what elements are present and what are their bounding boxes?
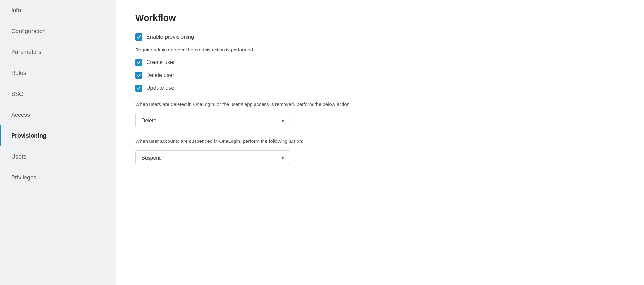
- sidebar-item-privileges[interactable]: Privileges: [0, 167, 116, 188]
- page-title: Workflow: [135, 13, 625, 23]
- update-user-checkbox[interactable]: [135, 85, 142, 92]
- sidebar-item-label-access: Access: [11, 112, 30, 118]
- sidebar-item-label-privileges: Privileges: [11, 174, 36, 181]
- suspend-select[interactable]: SuspendDeleteDo Nothing: [135, 150, 290, 165]
- sidebar-item-sso[interactable]: SSO: [0, 84, 116, 105]
- sidebar-item-label-sso: SSO: [11, 91, 24, 97]
- sidebar-item-label-parameters: Parameters: [11, 49, 41, 56]
- enable-provisioning-section: Enable provisioning: [135, 33, 625, 41]
- update-user-label: Update user: [146, 85, 176, 91]
- delete-description: When users are deleted in OneLogin, or t…: [135, 101, 625, 108]
- approval-section: Require admin approval before this actio…: [135, 46, 625, 92]
- sidebar-item-label-configuration: Configuration: [11, 28, 46, 35]
- sidebar-item-configuration[interactable]: Configuration: [0, 21, 116, 42]
- update-user-row: Update user: [135, 85, 625, 92]
- sidebar-item-access[interactable]: Access: [0, 105, 116, 125]
- sidebar-item-label-rules: Rules: [11, 70, 26, 77]
- sidebar-item-label-users: Users: [11, 153, 26, 160]
- suspend-section: When user accounts are suspended in OneL…: [135, 138, 625, 165]
- main-content: Workflow Enable provisioning Require adm…: [116, 0, 644, 285]
- sidebar: InfoConfigurationParametersRulesSSOAcces…: [0, 0, 116, 285]
- create-user-row: Create user: [135, 59, 625, 66]
- delete-user-label: Delete user: [146, 72, 174, 78]
- approval-checkboxes: Create userDelete userUpdate user: [135, 59, 625, 92]
- sidebar-item-info[interactable]: Info: [0, 0, 116, 21]
- sidebar-item-label-provisioning: Provisioning: [11, 133, 46, 139]
- sidebar-item-provisioning[interactable]: Provisioning: [0, 125, 116, 146]
- delete-user-row: Delete user: [135, 72, 625, 79]
- delete-select-wrapper: DeleteSuspendDo Nothing ▼: [135, 113, 290, 128]
- delete-user-checkbox[interactable]: [135, 72, 142, 79]
- create-user-checkbox[interactable]: [135, 59, 142, 66]
- suspend-description: When user accounts are suspended in OneL…: [135, 138, 625, 145]
- suspend-select-wrapper: SuspendDeleteDo Nothing ▼: [135, 150, 290, 165]
- sidebar-item-users[interactable]: Users: [0, 146, 116, 167]
- sidebar-item-rules[interactable]: Rules: [0, 63, 116, 84]
- enable-provisioning-checkbox[interactable]: [135, 33, 142, 41]
- sidebar-item-label-info: Info: [11, 7, 21, 14]
- enable-provisioning-label: Enable provisioning: [146, 34, 194, 40]
- create-user-label: Create user: [146, 59, 175, 66]
- delete-select[interactable]: DeleteSuspendDo Nothing: [135, 113, 290, 128]
- delete-section: When users are deleted in OneLogin, or t…: [135, 101, 625, 128]
- approval-description: Require admin approval before this actio…: [135, 46, 625, 54]
- sidebar-item-parameters[interactable]: Parameters: [0, 42, 116, 63]
